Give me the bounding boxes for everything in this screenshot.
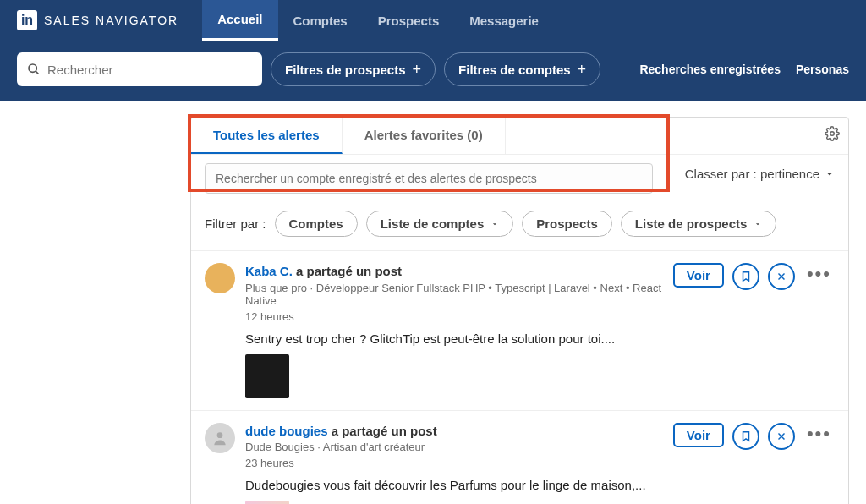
feed-timestamp: 12 heures [245, 310, 663, 323]
view-button[interactable]: Voir [673, 263, 724, 288]
feed-subtitle: Plus que pro · Développeur Senior Fullst… [245, 282, 663, 307]
more-menu[interactable]: ••• [803, 263, 835, 285]
chip-comptes[interactable]: Comptes [275, 211, 358, 237]
alert-search-input[interactable]: Rechercher un compte enregistré et des a… [205, 163, 653, 194]
search-input[interactable] [47, 63, 252, 77]
chip-prospects[interactable]: Prospects [522, 211, 612, 237]
bookmark-icon [740, 271, 752, 282]
feed-subtitle: Dude Bougies · Artisan d'art créateur [245, 441, 663, 453]
filter-by-label: Filtrer par : [205, 216, 266, 231]
linkedin-logo-icon: in [17, 10, 37, 30]
feed-title: Kaba C. a partagé un post [245, 263, 663, 280]
tab-fav-alerts[interactable]: Alertes favorites (0) [343, 118, 506, 154]
filter-row: Filtrer par : Comptes Liste de comptes P… [191, 200, 848, 250]
nav-prospects[interactable]: Prospects [363, 0, 455, 41]
feed-title: dude bougies a partagé un post [245, 423, 663, 440]
svg-line-1 [36, 71, 38, 74]
top-navbar: in SALES NAVIGATOR Accueil Comptes Prosp… [0, 0, 866, 41]
feed-item: Kaba C. a partagé un post Plus que pro ·… [191, 250, 848, 410]
chevron-down-icon [754, 220, 762, 228]
alerts-panel: Toutes les alertes Alertes favorites (0)… [190, 117, 849, 504]
svg-point-0 [29, 64, 36, 72]
filter-prospects-button[interactable]: Filtres de prospects + [271, 52, 436, 86]
feed-content: Sentry est trop cher ? GlitchTip est peu… [245, 331, 663, 346]
dismiss-button[interactable] [768, 423, 795, 450]
feed-timestamp: 23 heures [245, 457, 663, 469]
close-icon [776, 431, 787, 441]
nav-comptes[interactable]: Comptes [278, 0, 363, 41]
feed-actions: Voir ••• [673, 263, 835, 398]
chip-liste-prospects[interactable]: Liste de prospects [621, 211, 777, 237]
feed-body: Kaba C. a partagé un post Plus que pro ·… [245, 263, 663, 398]
chip-liste-comptes[interactable]: Liste de comptes [366, 211, 514, 237]
feed-thumbnail[interactable] [245, 354, 289, 398]
svg-point-5 [217, 432, 223, 438]
avatar[interactable] [205, 263, 235, 293]
bookmark-button[interactable] [732, 263, 759, 290]
dismiss-button[interactable] [768, 263, 795, 290]
nav-messagerie[interactable]: Messagerie [454, 0, 554, 41]
chip-liste-prospects-label: Liste de prospects [635, 216, 748, 231]
tab-all-alerts[interactable]: Toutes les alertes [191, 118, 343, 154]
svg-point-2 [830, 132, 835, 136]
nav-accueil[interactable]: Accueil [202, 0, 277, 41]
feed-actions: Voir ••• [673, 423, 835, 505]
feed-body: dude bougies a partagé un post Dude Boug… [245, 423, 663, 505]
sort-dropdown[interactable]: Classer par : pertinence [685, 167, 835, 181]
settings-button[interactable] [825, 126, 840, 141]
gear-icon [825, 126, 840, 141]
search-bar-row: Filtres de prospects + Filtres de compte… [0, 41, 866, 101]
plus-icon: + [578, 61, 587, 79]
filter-comptes-button[interactable]: Filtres de comptes + [444, 52, 600, 86]
sort-label: Classer par : pertinence [685, 167, 819, 181]
saved-searches-link[interactable]: Recherches enregistrées [639, 63, 781, 76]
bookmark-icon [740, 430, 752, 442]
feed-author-link[interactable]: dude bougies [245, 424, 328, 438]
brand-title: SALES NAVIGATOR [44, 14, 178, 27]
chip-liste-comptes-label: Liste de comptes [381, 216, 485, 231]
chevron-down-icon [825, 169, 835, 179]
feed-item: dude bougies a partagé un post Dude Boug… [191, 410, 848, 505]
right-links: Recherches enregistrées Personas [639, 63, 849, 76]
feed-author-link[interactable]: Kaba C. [245, 264, 293, 278]
avatar[interactable] [205, 423, 235, 453]
content-area: Toutes les alertes Alertes favorites (0)… [0, 101, 866, 504]
alert-tabs: Toutes les alertes Alertes favorites (0) [191, 118, 848, 155]
close-icon [776, 271, 787, 282]
view-button[interactable]: Voir [673, 423, 724, 447]
plus-icon: + [413, 61, 422, 79]
global-search[interactable] [17, 52, 262, 86]
more-menu[interactable]: ••• [803, 423, 835, 445]
chevron-down-icon [491, 220, 499, 228]
feed-thumbnail[interactable] [245, 501, 289, 504]
feed-action-text: a partagé un post [332, 424, 437, 438]
filter-comptes-label: Filtres de comptes [458, 63, 571, 77]
person-icon [211, 430, 228, 446]
chip-comptes-label: Comptes [289, 216, 343, 231]
chip-prospects-label: Prospects [536, 216, 598, 231]
search-icon [27, 63, 41, 76]
feed-content: Dudebougies vous fait découvrir les Parf… [245, 478, 663, 492]
feed-action-text: a partagé un post [296, 264, 402, 278]
personas-link[interactable]: Personas [796, 63, 849, 76]
bookmark-button[interactable] [732, 423, 759, 450]
filter-prospects-label: Filtres de prospects [285, 63, 406, 77]
